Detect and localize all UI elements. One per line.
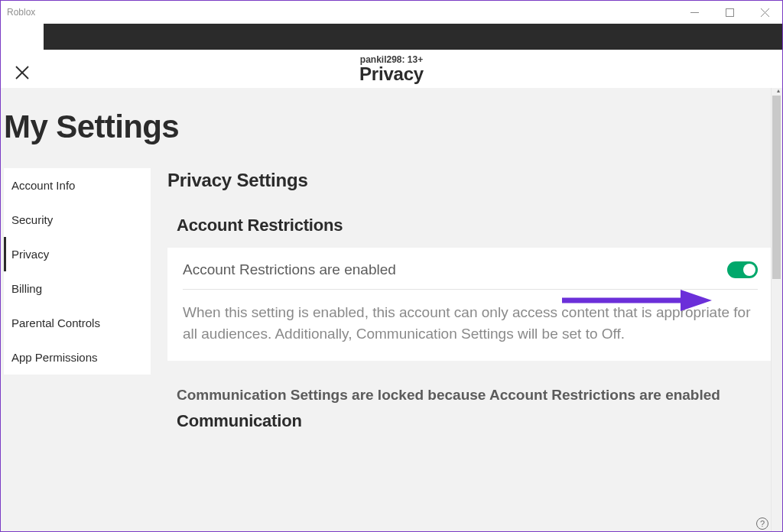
- sidebar-item-label: Account Info: [11, 179, 75, 192]
- sidebar-item-app-permissions[interactable]: App Permissions: [4, 340, 151, 375]
- account-restrictions-toggle[interactable]: [727, 261, 758, 278]
- sidebar-item-label: Parental Controls: [11, 316, 100, 329]
- svg-rect-1: [726, 8, 733, 16]
- minimize-button[interactable]: [677, 1, 712, 24]
- app-tab[interactable]: [1, 24, 44, 50]
- scrollbar-thumb[interactable]: [772, 96, 781, 279]
- window-title: Roblox: [7, 7, 35, 18]
- window-titlebar: Roblox: [1, 1, 782, 24]
- page-title: Privacy: [1, 63, 782, 85]
- page-header: pankil298: 13+ Privacy: [1, 50, 782, 88]
- sidebar-item-security[interactable]: Security: [4, 203, 151, 237]
- privacy-settings-title: Privacy Settings: [167, 170, 773, 191]
- maximize-button[interactable]: [712, 1, 747, 24]
- account-restrictions-toggle-row: Account Restrictions are enabled: [183, 261, 758, 290]
- settings-main: Privacy Settings Account Restrictions Ac…: [167, 168, 778, 431]
- account-restrictions-card: Account Restrictions are enabled When th…: [167, 248, 773, 361]
- settings-stage: My Settings Account Info Security Privac…: [1, 88, 782, 532]
- settings-heading: My Settings: [1, 88, 782, 168]
- account-restrictions-description: When this setting is enabled, this accou…: [183, 290, 758, 344]
- window-controls: [677, 1, 782, 23]
- sidebar-item-label: Privacy: [11, 248, 49, 261]
- sidebar-item-label: App Permissions: [11, 351, 98, 364]
- help-icon[interactable]: ?: [756, 517, 768, 530]
- scroll-up-icon[interactable]: ▴: [777, 88, 780, 94]
- communication-locked-note: Communication Settings are locked becaus…: [167, 361, 773, 411]
- sidebar-item-privacy[interactable]: Privacy: [4, 237, 151, 271]
- vertical-scrollbar[interactable]: ▴: [771, 88, 782, 532]
- close-window-button[interactable]: [747, 1, 782, 24]
- sidebar-item-label: Security: [11, 213, 53, 226]
- account-restrictions-heading: Account Restrictions: [167, 216, 773, 235]
- communication-heading: Communication: [167, 411, 773, 431]
- settings-sidebar: Account Info Security Privacy Billing Pa…: [4, 168, 151, 375]
- close-settings-button[interactable]: [13, 63, 31, 82]
- sidebar-item-account-info[interactable]: Account Info: [4, 168, 151, 203]
- sidebar-item-label: Billing: [11, 282, 42, 295]
- sidebar-item-billing[interactable]: Billing: [4, 271, 151, 306]
- app-header-bar: [1, 24, 782, 50]
- sidebar-item-parental-controls[interactable]: Parental Controls: [4, 306, 151, 340]
- account-restrictions-toggle-label: Account Restrictions are enabled: [183, 261, 396, 278]
- settings-columns: Account Info Security Privacy Billing Pa…: [1, 168, 782, 431]
